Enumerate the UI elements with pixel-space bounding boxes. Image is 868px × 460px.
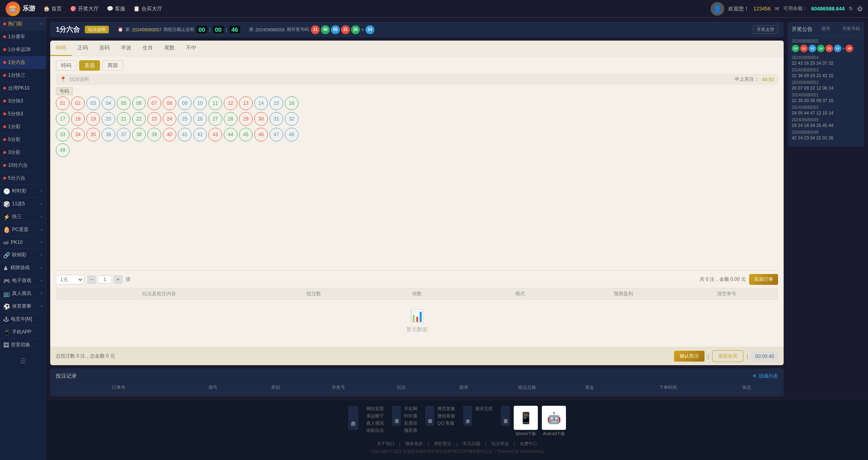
num-20[interactable]: 20: [102, 112, 115, 126]
num-47[interactable]: 47: [270, 128, 283, 141]
num-22[interactable]: 22: [132, 112, 146, 126]
num-26[interactable]: 26: [193, 112, 207, 126]
logo[interactable]: 🎰 乐游: [6, 2, 35, 16]
sidebar-item-1min-fast3[interactable]: 1分快三: [0, 69, 46, 82]
num-19[interactable]: 19: [86, 112, 100, 126]
num-31[interactable]: 31: [270, 112, 283, 126]
sidebar-collapse-btn[interactable]: ☰: [0, 353, 46, 369]
sidebar-item-pc-egg[interactable]: 🥚 PC蛋蛋 +: [0, 223, 46, 236]
num-46[interactable]: 46: [254, 128, 268, 141]
num-41[interactable]: 41: [178, 128, 192, 141]
sidebar-item-10min-liuhe[interactable]: 10分六合: [0, 159, 46, 172]
sidebar-item-live[interactable]: 📺 真人视讯 +: [0, 287, 46, 300]
mail-icon[interactable]: ✉: [775, 6, 779, 12]
num-09[interactable]: 09: [178, 96, 192, 110]
footer-link-faq[interactable]: 常见问题: [463, 441, 480, 447]
refresh-icon[interactable]: ↻: [849, 6, 853, 12]
qty-increase[interactable]: +: [114, 275, 123, 284]
sidebar-item-1min-liuhe[interactable]: 1分六合: [0, 56, 46, 69]
tab-buzhong[interactable]: 不中: [180, 41, 202, 56]
num-40[interactable]: 40: [163, 128, 176, 141]
num-02[interactable]: 02: [71, 96, 85, 110]
footer-link-free[interactable]: 免费中心: [520, 441, 537, 447]
sidebar-item-5min-fast3[interactable]: 5分快3: [0, 108, 46, 121]
num-16[interactable]: 16: [285, 96, 298, 110]
num-04[interactable]: 04: [102, 96, 115, 110]
num-18[interactable]: 18: [71, 112, 85, 126]
num-06[interactable]: 06: [132, 96, 146, 110]
tab-zhengma[interactable]: 正码: [72, 41, 94, 56]
confirm-bet-button[interactable]: 确认投注: [674, 351, 705, 362]
num-35[interactable]: 35: [86, 128, 100, 141]
sidebar-item-mobile-app[interactable]: 📱 手机APP: [0, 326, 46, 339]
tab-tecode[interactable]: 特码: [50, 41, 72, 56]
sidebar-item-shishi[interactable]: 🕐 时时彩 +: [0, 185, 46, 198]
nav-service[interactable]: 💬 客服: [107, 5, 125, 12]
num-49[interactable]: 49: [56, 143, 69, 157]
rules-button[interactable]: 玩法说明: [85, 26, 109, 33]
num-29[interactable]: 29: [239, 112, 253, 126]
num-03[interactable]: 03: [86, 96, 100, 110]
nav-lottery[interactable]: 🎯 开奖大厅: [70, 5, 99, 12]
add-order-button[interactable]: 添加订单: [749, 274, 778, 285]
num-38[interactable]: 38: [132, 128, 146, 141]
sidebar-item-5min-cai[interactable]: 5分彩: [0, 133, 46, 146]
tab-lianma[interactable]: 连码: [94, 41, 115, 56]
num-39[interactable]: 39: [147, 128, 161, 141]
subtab-direct[interactable]: 直选: [79, 60, 100, 71]
sidebar-item-5min-liuhe[interactable]: 5分六合: [0, 172, 46, 185]
sidebar-item-lucky28[interactable]: 1分幸运28: [0, 43, 46, 56]
num-05[interactable]: 05: [117, 96, 131, 110]
sidebar-item-esports-game[interactable]: 🎮 电子游戏 +: [0, 274, 46, 287]
power-icon[interactable]: ⏻: [857, 6, 862, 12]
num-21[interactable]: 21: [117, 112, 131, 126]
num-24[interactable]: 24: [163, 112, 176, 126]
num-25[interactable]: 25: [178, 112, 192, 126]
nav-home[interactable]: 🏠 首页: [43, 5, 62, 12]
num-34[interactable]: 34: [71, 128, 85, 141]
qty-input[interactable]: [98, 276, 112, 284]
sidebar-item-3min-fast3[interactable]: 3分快3: [0, 95, 46, 108]
num-08[interactable]: 08: [163, 96, 176, 110]
hide-list-button[interactable]: 👁 隐藏列表: [752, 373, 778, 380]
footer-link-prize[interactable]: 玩法奖金: [491, 441, 509, 447]
sidebar-item-liansale[interactable]: 🔗 联销彩 +: [0, 249, 46, 262]
num-11[interactable]: 11: [208, 96, 222, 110]
num-01[interactable]: 01: [56, 96, 69, 110]
num-17[interactable]: 17: [56, 112, 69, 126]
num-43[interactable]: 43: [208, 128, 222, 141]
footer-link-about[interactable]: 关于我们: [377, 441, 394, 447]
num-32[interactable]: 32: [285, 112, 298, 126]
num-10[interactable]: 10: [193, 96, 207, 110]
sidebar-item-sports[interactable]: ⚽ 体育赛事 +: [0, 300, 46, 313]
sidebar-item-hot[interactable]: 热门彩 +: [0, 18, 46, 31]
trend-button[interactable]: 开奖走势: [753, 25, 778, 34]
sidebar-item-1min-cai[interactable]: 1分彩: [0, 121, 46, 133]
subtab-twoside[interactable]: 两面: [102, 60, 123, 71]
sidebar-item-11x5[interactable]: 🎲 11选5 +: [0, 198, 46, 211]
footer-link-betting[interactable]: 博彩责任: [434, 441, 451, 447]
sidebar-item-1min-race[interactable]: 1分赛车: [0, 31, 46, 43]
sidebar-item-tw-pk10[interactable]: 台湾PK10: [0, 82, 46, 95]
num-28[interactable]: 28: [224, 112, 237, 126]
nav-combine[interactable]: 📋 合买大厅: [133, 5, 162, 12]
num-45[interactable]: 45: [239, 128, 253, 141]
num-13[interactable]: 13: [239, 96, 253, 110]
tab-shengxiao[interactable]: 生肖: [137, 41, 159, 56]
subtab-tecode[interactable]: 特码: [56, 60, 77, 71]
num-12[interactable]: 12: [224, 96, 237, 110]
sidebar-item-fast3[interactable]: ⚡ 快三 +: [0, 211, 46, 223]
num-36[interactable]: 36: [102, 128, 115, 141]
num-48[interactable]: 48: [285, 128, 298, 141]
launch-combine-button[interactable]: 发起合买: [712, 350, 743, 362]
sidebar-item-bg[interactable]: 🖼 背景切换: [0, 339, 46, 352]
sidebar-item-chess[interactable]: ♟ 棋牌游戏 +: [0, 262, 46, 274]
num-27[interactable]: 27: [208, 112, 222, 126]
num-15[interactable]: 15: [270, 96, 283, 110]
num-33[interactable]: 33: [56, 128, 69, 141]
footer-link-terms[interactable]: 服务条款: [405, 441, 423, 447]
num-07[interactable]: 07: [147, 96, 161, 110]
num-23[interactable]: 23: [147, 112, 161, 126]
sidebar-item-3min-cai[interactable]: 3分彩: [0, 146, 46, 159]
num-37[interactable]: 37: [117, 128, 131, 141]
